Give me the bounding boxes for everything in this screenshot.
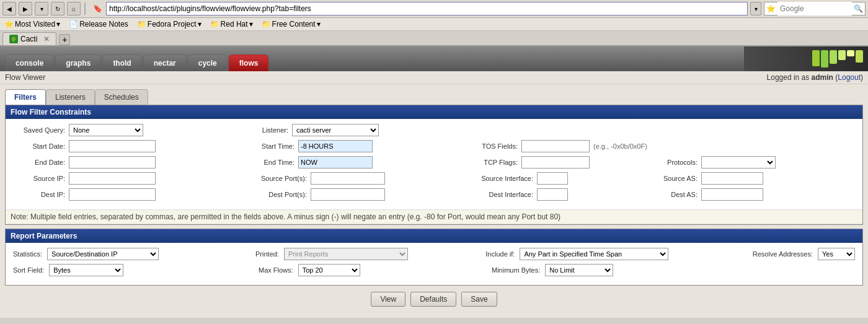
deco-bar-6 <box>856 50 863 63</box>
deco-bar-3 <box>830 50 837 64</box>
dest-as-input[interactable] <box>701 188 763 201</box>
listener-label: Listener: <box>249 126 292 134</box>
new-tab-button[interactable]: + <box>59 34 70 45</box>
tab-filters[interactable]: Filters <box>5 89 46 105</box>
saved-query-label: Saved Query: <box>13 126 69 134</box>
start-date-label: Start Date: <box>13 142 69 150</box>
saved-query-select[interactable]: None <box>69 124 143 136</box>
statistics-label: Statistics: <box>13 250 42 258</box>
bookmark-free-content[interactable]: 📁 Free Content ▾ <box>260 19 322 29</box>
dest-ip-label: Dest IP: <box>13 191 69 198</box>
dest-ip-input[interactable] <box>69 188 156 201</box>
max-flows-select[interactable]: Top 20 <box>298 264 360 276</box>
protocols-select[interactable] <box>701 156 776 169</box>
separator <box>84 2 88 15</box>
refresh-button[interactable]: ↻ <box>51 2 64 15</box>
browser-tab-cacti[interactable]: 🌵 Cacti ✕ <box>2 32 56 45</box>
filter-constraints-section: Flow Filter Constraints Saved Query: Non… <box>5 105 863 225</box>
listener-select[interactable]: cacti server <box>292 124 379 136</box>
secure-icon: 🔖 <box>93 4 102 13</box>
source-ip-input[interactable] <box>69 172 156 185</box>
logout-link[interactable]: Logout <box>838 73 861 82</box>
nav-tab-nectar[interactable]: nectar <box>143 55 187 71</box>
defaults-button[interactable]: Defaults <box>410 292 456 307</box>
view-button[interactable]: View <box>371 292 405 307</box>
start-time-group: Start Time: <box>249 140 472 152</box>
bookmark-label: Fedora Project <box>148 20 197 28</box>
back-button[interactable]: ◀ <box>2 2 16 15</box>
section-title: Flow Filter Constraints <box>11 108 91 116</box>
tcp-flags-label: TCP Flags: <box>472 159 521 166</box>
source-ports-input[interactable] <box>311 172 385 185</box>
chevron-down-icon: ▾ <box>249 20 253 28</box>
dropdown-button[interactable]: ▾ <box>35 2 48 15</box>
search-go-icon[interactable]: 🔍 <box>852 4 865 13</box>
nav-tab-graphs[interactable]: graphs <box>55 55 101 71</box>
listener-group: Listener: cacti server <box>249 124 855 136</box>
nav-tab-console[interactable]: console <box>5 55 54 71</box>
search-input[interactable] <box>777 2 852 15</box>
tab-listeners[interactable]: Listeners <box>46 89 95 105</box>
tcp-flags-input[interactable] <box>521 156 590 169</box>
resolve-addresses-select[interactable]: Yes <box>818 248 855 260</box>
bookmark-redhat[interactable]: 📁 Red Hat ▾ <box>208 19 255 29</box>
sort-field-label: Sort Field: <box>13 266 44 274</box>
browser-tab-label: Cacti <box>20 35 37 43</box>
end-date-input[interactable] <box>69 156 156 169</box>
dest-ports-group: Dest Port(s): <box>249 188 472 201</box>
tcp-flags-group: TCP Flags: <box>472 156 658 169</box>
saved-query-group: Saved Query: None <box>13 124 249 136</box>
source-as-input[interactable] <box>701 172 763 185</box>
bookmark-release-notes[interactable]: 📄 Release Notes <box>67 19 130 29</box>
report-section-header: Report Parameters <box>6 229 862 243</box>
include-if-label: Include if: <box>485 250 515 258</box>
home-button[interactable]: ⌂ <box>67 2 81 15</box>
bookmark-label: Red Hat <box>221 20 248 28</box>
deco-bar-1 <box>812 50 820 66</box>
source-interface-input[interactable] <box>537 172 568 185</box>
forward-button[interactable]: ▶ <box>19 2 32 15</box>
resolve-addresses-label: Resolve Addresses: <box>753 250 813 258</box>
tab-schedules[interactable]: Schedules <box>95 89 148 105</box>
header-decoration <box>744 46 868 71</box>
dest-interface-input[interactable] <box>537 188 568 201</box>
sort-field-select[interactable]: Bytes <box>49 264 123 276</box>
browser-toolbar: ◀ ▶ ▾ ↻ ⌂ 🔖 ▾ ⭐ 🔍 <box>0 0 868 18</box>
note-text: Note: Multiple field entries, separated … <box>11 212 560 221</box>
app-header: console graphs thold nectar cycle flows <box>0 46 868 71</box>
source-as-group: Source AS: <box>658 172 855 185</box>
nav-tab-cycle[interactable]: cycle <box>188 55 228 71</box>
include-if-select[interactable]: Any Part in Specified Time Span <box>520 248 668 260</box>
source-ports-label: Source Port(s): <box>249 175 311 182</box>
end-time-input[interactable] <box>298 156 373 169</box>
tos-fields-input[interactable] <box>521 140 590 152</box>
bookmark-icon: 📄 <box>69 20 78 28</box>
close-tab-icon[interactable]: ✕ <box>43 35 50 43</box>
start-date-input[interactable] <box>69 140 156 152</box>
bookmark-most-visited[interactable]: ⭐ Most Visited ▾ <box>2 19 62 29</box>
nav-tab-flows[interactable]: flows <box>229 55 269 71</box>
logged-in-prefix: Logged in as <box>767 73 812 82</box>
printed-group: Printed: Print Reports <box>255 248 476 260</box>
nav-tab-label: thold <box>113 59 131 68</box>
address-dropdown[interactable]: ▾ <box>750 2 761 15</box>
bookmark-label: Release Notes <box>79 20 128 28</box>
statistics-select[interactable]: Source/Destination IP <box>47 248 159 260</box>
form-row-5: Dest IP: Dest Port(s): Dest Interface: D… <box>13 188 855 201</box>
source-interface-label: Source Interface: <box>472 175 537 182</box>
save-button[interactable]: Save <box>461 292 497 307</box>
address-bar[interactable] <box>106 2 748 15</box>
minimum-bytes-select[interactable]: No Limit <box>545 264 613 276</box>
params-body: Statistics: Source/Destination IP Printe… <box>6 243 862 285</box>
max-flows-group: Max Flows: Top 20 <box>259 264 482 276</box>
nav-tab-label: graphs <box>66 59 91 68</box>
bookmark-fedora[interactable]: 📁 Fedora Project ▾ <box>135 19 203 29</box>
protocols-group: Protocols: <box>658 156 855 169</box>
dest-ports-input[interactable] <box>311 188 385 201</box>
decoration-bars <box>812 50 863 68</box>
printed-select[interactable]: Print Reports <box>284 248 408 260</box>
bookmarks-bar: ⭐ Most Visited ▾ 📄 Release Notes 📁 Fedor… <box>0 18 868 31</box>
start-time-input[interactable] <box>298 140 373 152</box>
nav-tab-thold[interactable]: thold <box>102 55 141 71</box>
source-interface-group: Source Interface: <box>472 172 658 185</box>
